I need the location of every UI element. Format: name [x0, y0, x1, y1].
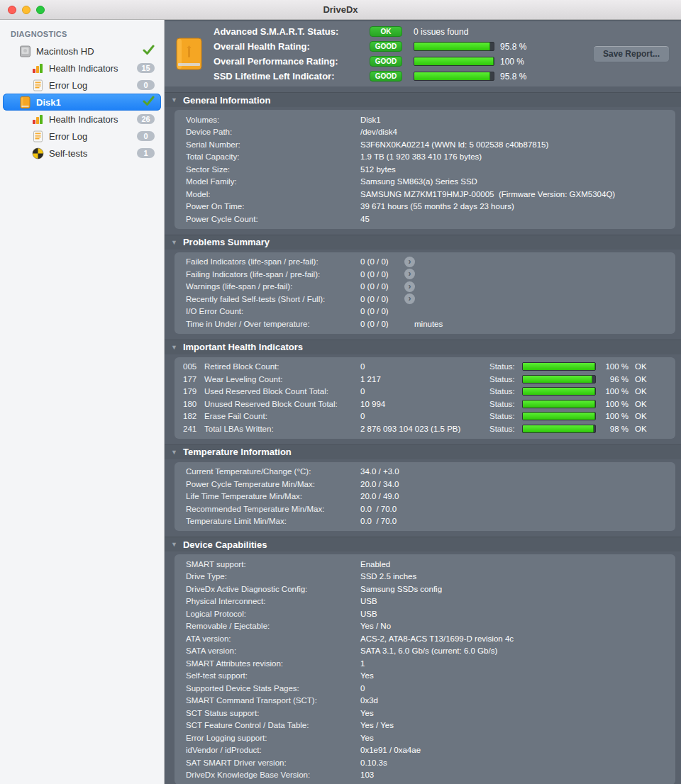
rating-percent: 95.8 % [500, 42, 526, 52]
self-tests-icon [31, 147, 44, 159]
attribute-raw-value: 0 [360, 362, 489, 371]
sidebar-item-label: Health Indicators [49, 114, 118, 125]
sidebar-item-error-log-0[interactable]: Error Log0 [3, 128, 161, 145]
sidebar-item-health-indicators-26[interactable]: Health Indicators26 [3, 111, 161, 128]
sidebar-item-label: Self-tests [49, 148, 87, 159]
progress-fill [414, 57, 494, 65]
info-value: Yes [360, 709, 374, 717]
attribute-id: 179 [183, 387, 204, 396]
info-label: Temperature Limit Min/Max: [186, 517, 360, 525]
sidebar-item-macintosh-hd[interactable]: Macintosh HD [3, 43, 161, 60]
sidebar-item-accessory [143, 96, 155, 109]
rating-progress-bar [414, 72, 494, 81]
problem-label: Failed Indicators (life-span / pre-fail)… [186, 257, 360, 266]
info-row: SMART support:Enabled [175, 558, 675, 571]
info-value: Enabled [360, 560, 390, 569]
summary-row-value: 100 % [414, 57, 524, 67]
problem-row: Failed Indicators (life-span / pre-fail)… [175, 256, 675, 269]
attribute-label: Used Reserved Block Count Total: [204, 387, 360, 396]
info-value: Samsung SM863(a) Series SSD [360, 177, 477, 186]
status-label: Status: [489, 425, 522, 433]
status-badge: GOOD [370, 56, 402, 67]
section-title: Device Capabilities [183, 539, 267, 550]
summary-row: Overall Health Rating:GOOD95.8 % [214, 40, 526, 54]
info-value: Samsung SSDs config [360, 585, 442, 593]
info-label: SAT SMART Driver version: [186, 758, 360, 767]
attribute-raw-value: 1 217 [360, 375, 489, 383]
progress-fill [523, 388, 595, 395]
info-row: Supported Device Stats Pages:0 [175, 682, 675, 695]
section-header-important-health-indicators[interactable]: ▼Important Health Indicators [165, 340, 681, 354]
info-label: Sector Size: [186, 165, 360, 174]
info-label: ATA version: [186, 634, 360, 643]
section-header-device-capabilities[interactable]: ▼Device Capabilities [165, 537, 681, 551]
info-row: SCT Feature Control / Data Table:Yes / Y… [175, 719, 675, 732]
sidebar-item-health-indicators-15[interactable]: Health Indicators15 [3, 60, 161, 77]
info-value: 0x3d [360, 696, 378, 705]
sidebar-item-error-log-0[interactable]: Error Log0 [3, 77, 161, 94]
progress-fill [523, 413, 595, 420]
info-label: Drive Type: [186, 572, 360, 581]
section-header-temperature-information[interactable]: ▼Temperature Information [165, 444, 681, 459]
zoom-button[interactable] [36, 6, 45, 14]
info-row: Device Path:/dev/disk4 [175, 126, 675, 139]
info-row: Physical Interconnect:USB [175, 595, 675, 608]
info-row: Power Cycle Temperature Min/Max:20.0 / 3… [175, 478, 675, 491]
section-header-general-information[interactable]: ▼General Information [165, 92, 681, 107]
sidebar-item-accessory: 0 [137, 131, 155, 141]
info-label: Power Cycle Temperature Min/Max: [186, 480, 360, 488]
health-indicator-row: 241Total LBAs Written:2 876 093 104 023 … [175, 422, 675, 435]
info-row: Power Cycle Count:45 [175, 213, 675, 225]
section-header-problems-summary[interactable]: ▼Problems Summary [165, 235, 681, 250]
info-label: SCT Status support: [186, 709, 360, 717]
summary-row-label: SSD Lifetime Left Indicator: [214, 71, 370, 82]
attribute-id: 241 [183, 425, 204, 433]
detail-arrow-button[interactable]: › [404, 257, 415, 267]
info-row: SAT SMART Driver version:0.10.3s [175, 756, 675, 769]
info-label: Volumes: [186, 116, 360, 124]
status-label: Status: [489, 375, 522, 383]
status-label: Status: [489, 400, 522, 408]
attribute-label: Total LBAs Written: [204, 425, 360, 433]
summary-row-value: 0 issues found [414, 27, 468, 37]
disclosure-triangle-icon: ▼ [171, 239, 177, 246]
problem-value: 0 (0 / 0) [360, 320, 404, 328]
health-status-ok: OK [635, 400, 647, 408]
sidebar-item-disk1[interactable]: Disk1 [3, 94, 161, 111]
checkmark-icon [143, 96, 155, 109]
info-value: 1.9 TB (1 920 383 410 176 bytes) [360, 152, 482, 161]
status-label: Status: [489, 362, 522, 371]
info-value: 0.0 / 70.0 [360, 517, 397, 525]
health-progress-bar [522, 387, 596, 396]
health-progress-bar [522, 425, 596, 433]
info-row: Power On Time:39 671 hours (55 months 2 … [175, 201, 675, 213]
rating-percent: 95.8 % [500, 72, 526, 82]
detail-arrow-button[interactable]: › [404, 269, 415, 279]
detail-arrow-button[interactable]: › [404, 293, 415, 304]
count-badge: 26 [137, 114, 155, 124]
info-value: SATA 3.1, 6.0 Gb/s (current: 6.0 Gb/s) [360, 646, 497, 655]
info-row: Self-test support:Yes [175, 670, 675, 683]
attribute-label: Wear Leveling Count: [204, 375, 360, 383]
save-report-button[interactable]: Save Report... [593, 45, 670, 62]
health-percent: 98 % [596, 425, 629, 433]
problem-label: Time in Under / Over temperature: [186, 320, 360, 328]
info-value: 0.0 / 70.0 [360, 505, 397, 513]
sidebar-item-self-tests-1[interactable]: Self-tests1 [3, 145, 161, 162]
minimize-button[interactable] [22, 6, 31, 14]
info-label: SATA version: [186, 646, 360, 655]
info-value: ACS-2, ATA8-ACS T13/1699-D revision 4c [360, 634, 514, 643]
close-button[interactable] [8, 6, 16, 14]
detail-arrow-button[interactable]: › [404, 281, 415, 292]
sidebar-item-label: Error Log [49, 80, 87, 91]
info-row: SATA version:SATA 3.1, 6.0 Gb/s (current… [175, 645, 675, 658]
problem-label: Failing Indicators (life-span / pre-fail… [186, 270, 360, 279]
info-value: S3F6NX0KA02214 (WWN Id: 5 002538 c40b878… [360, 140, 548, 149]
info-row: Temperature Limit Min/Max:0.0 / 70.0 [175, 515, 675, 528]
info-value: Yes [360, 671, 374, 680]
rating-percent: 100 % [500, 57, 524, 67]
progress-fill [523, 425, 594, 432]
info-label: Power On Time: [186, 202, 360, 211]
problem-row: Recently failed Self-tests (Short / Full… [175, 293, 675, 306]
info-row: Logical Protocol:USB [175, 607, 675, 620]
